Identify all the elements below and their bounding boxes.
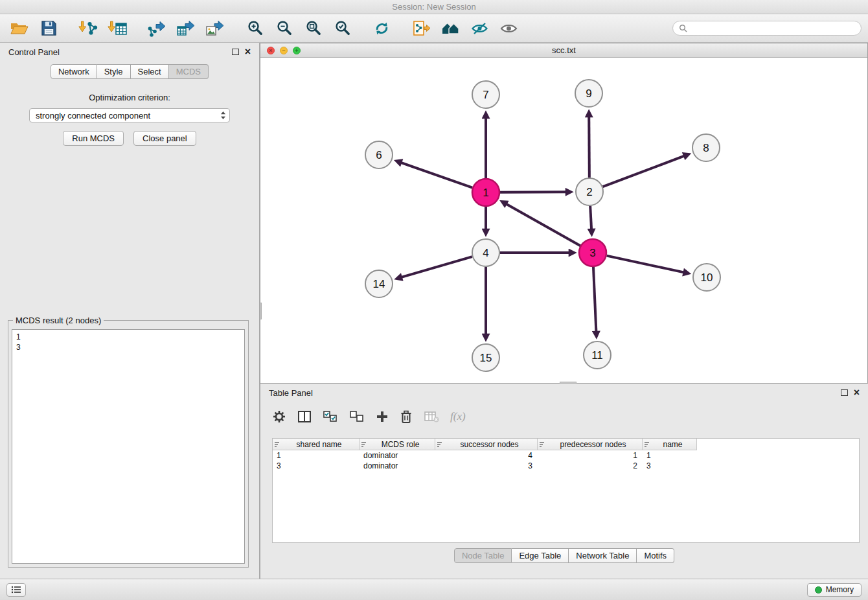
network-node-1[interactable]: 1 — [472, 179, 499, 206]
tab-style[interactable]: Style — [97, 64, 131, 79]
network-edge-1-6[interactable] — [401, 163, 472, 188]
network-node-7[interactable]: 7 — [472, 81, 499, 108]
export-network-button[interactable] — [144, 17, 170, 40]
network-node-14[interactable]: 14 — [365, 270, 393, 297]
zoom-in-button[interactable] — [242, 17, 268, 40]
function-icon: f(x) — [450, 410, 466, 423]
toolbar-separator — [133, 28, 141, 29]
import-table-button[interactable] — [104, 17, 130, 40]
network-edge-2-9[interactable] — [589, 117, 589, 178]
mcds-result-title: MCDS result (2 nodes) — [13, 316, 104, 325]
clone-network-button[interactable] — [408, 17, 434, 40]
delete-table-icon — [424, 410, 439, 423]
tab-network[interactable]: Network — [51, 64, 97, 79]
network-edge-3-11[interactable] — [593, 267, 596, 332]
tab-motifs[interactable]: Motifs — [637, 548, 674, 563]
svg-text:3: 3 — [589, 247, 595, 259]
close-window-icon[interactable]: × — [267, 47, 275, 54]
network-node-9[interactable]: 9 — [575, 80, 602, 107]
export-image-button[interactable] — [202, 17, 228, 40]
preview-eye-button[interactable] — [496, 17, 521, 40]
column-header-shared-name[interactable]: shared name — [273, 439, 360, 450]
table-row[interactable]: 1dominator411 — [273, 450, 859, 461]
add-row-button[interactable] — [376, 408, 389, 426]
float-table-panel-icon[interactable] — [841, 389, 848, 396]
column-header-mcds-role[interactable]: MCDS role — [360, 439, 435, 450]
toolbar-separator — [358, 28, 365, 29]
network-node-15[interactable]: 15 — [472, 344, 499, 371]
network-titlebar[interactable]: × − + scc.txt — [260, 43, 867, 58]
table-settings-button[interactable] — [272, 408, 286, 426]
maximize-window-icon[interactable]: + — [293, 47, 301, 54]
unselect-all-button[interactable] — [349, 408, 365, 426]
show-columns-button[interactable] — [297, 408, 312, 426]
network-edge-4-14[interactable] — [402, 257, 472, 277]
svg-text:11: 11 — [591, 349, 603, 362]
home-views-button[interactable] — [437, 17, 463, 40]
tab-node-table[interactable]: Node Table — [454, 548, 512, 563]
network-node-3[interactable]: 3 — [579, 239, 606, 266]
task-history-button[interactable] — [6, 583, 26, 597]
zoom-fit-button[interactable] — [300, 17, 326, 40]
column-header-successor-nodes[interactable]: successor nodes — [435, 439, 538, 450]
table-cell: 3 — [643, 461, 697, 471]
search-input[interactable] — [691, 24, 855, 33]
zoom-selected-button[interactable] — [329, 17, 355, 40]
tab-select[interactable]: Select — [131, 64, 169, 79]
network-node-10[interactable]: 10 — [693, 264, 720, 291]
save-session-button[interactable] — [36, 17, 62, 40]
optimization-dropdown[interactable]: strongly connected component — [29, 108, 230, 122]
network-canvas[interactable]: 7968124314101511 — [260, 58, 867, 383]
close-panel-button[interactable]: Close panel — [133, 131, 196, 146]
network-node-4[interactable]: 4 — [472, 239, 499, 266]
tab-mcds[interactable]: MCDS — [169, 64, 209, 79]
network-edge-3-10[interactable] — [607, 256, 684, 273]
memory-label: Memory — [826, 585, 854, 594]
zoom-fit-icon — [304, 19, 322, 37]
task-list-icon — [11, 586, 21, 594]
open-folder-button[interactable] — [6, 17, 32, 40]
network-node-2[interactable]: 2 — [576, 178, 603, 205]
memory-button[interactable]: Memory — [807, 583, 862, 597]
refresh-icon — [373, 20, 391, 37]
table-row[interactable]: 3dominator323 — [273, 461, 859, 471]
delete-row-button[interactable] — [400, 408, 413, 426]
show-graphics-button[interactable] — [466, 17, 492, 40]
network-node-6[interactable]: 6 — [365, 141, 393, 168]
minimize-window-icon[interactable]: − — [280, 47, 288, 54]
delete-table-button[interactable] — [424, 408, 439, 426]
table-cell: 3 — [273, 461, 360, 471]
column-label: shared name — [281, 440, 357, 449]
network-graph[interactable]: 7968124314101511 — [260, 58, 867, 383]
column-header-predecessor-nodes[interactable]: predecessor nodes — [538, 439, 643, 450]
unselect-all-icon — [349, 410, 365, 423]
column-header-name[interactable]: name — [643, 439, 697, 450]
float-panel-icon[interactable] — [232, 49, 239, 55]
svg-text:2: 2 — [586, 186, 592, 198]
search-box[interactable] — [672, 21, 862, 36]
network-edge-2-3[interactable] — [590, 206, 591, 229]
run-mcds-button[interactable]: Run MCDS — [63, 131, 124, 146]
tab-network-table[interactable]: Network Table — [569, 548, 637, 563]
table-body: 1dominator4113dominator323 — [273, 450, 859, 471]
export-table-button[interactable] — [173, 17, 199, 40]
mcds-result-list[interactable]: 13 — [12, 329, 245, 564]
network-edge-3-1[interactable] — [506, 204, 580, 246]
close-table-panel-icon[interactable]: × — [854, 389, 860, 397]
vertical-splitter-handle[interactable] — [260, 303, 262, 319]
network-node-8[interactable]: 8 — [692, 134, 720, 161]
table-panel-header: Table Panel × — [260, 384, 868, 402]
tab-edge-table[interactable]: Edge Table — [512, 548, 569, 563]
network-edge-1-2[interactable] — [500, 192, 566, 192]
main-toolbar — [0, 14, 868, 43]
window-titlebar[interactable]: Session: New Session — [0, 0, 868, 14]
import-network-button[interactable] — [75, 17, 101, 40]
zoom-out-button[interactable] — [271, 17, 297, 40]
close-control-panel-icon[interactable]: × — [245, 48, 251, 56]
svg-text:10: 10 — [701, 271, 713, 284]
network-edge-2-8[interactable] — [603, 156, 685, 187]
function-builder-button[interactable]: f(x) — [450, 408, 466, 426]
network-node-11[interactable]: 11 — [584, 341, 611, 369]
select-all-button[interactable] — [323, 408, 338, 426]
refresh-button[interactable] — [369, 17, 394, 40]
